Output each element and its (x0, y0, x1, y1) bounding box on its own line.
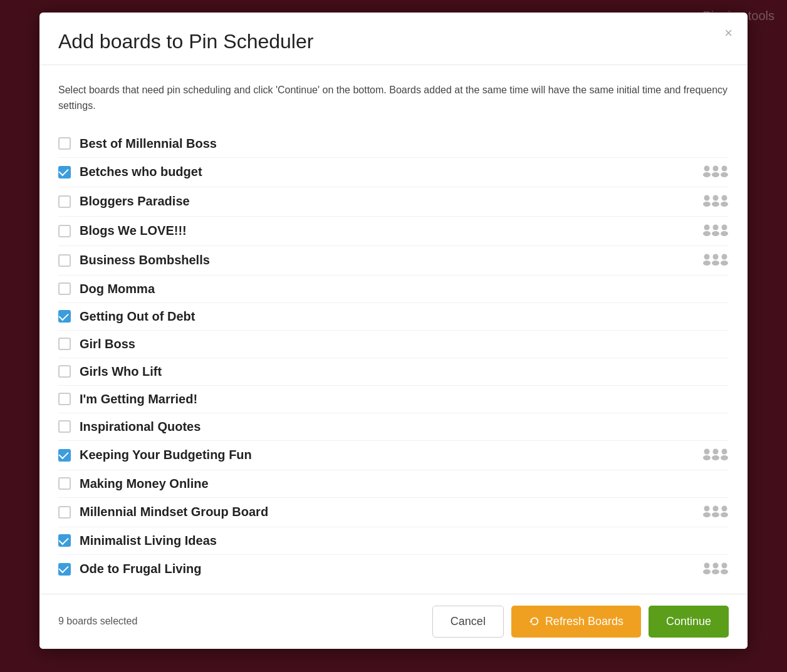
group-board-icon (702, 561, 729, 577)
board-list-item[interactable]: I'm Getting Married! (58, 386, 729, 413)
board-list-item[interactable]: Betches who budget (58, 158, 729, 187)
board-checkbox[interactable] (58, 282, 71, 295)
continue-button[interactable]: Continue (649, 606, 729, 638)
svg-point-34 (722, 505, 727, 511)
refresh-boards-label: Refresh Boards (545, 615, 623, 628)
close-button[interactable]: × (724, 26, 732, 40)
board-checkbox[interactable] (58, 420, 71, 433)
board-list: Best of Millennial BossBetches who budge… (58, 130, 729, 584)
svg-point-9 (712, 202, 719, 207)
board-list-item[interactable]: Best of Millennial Boss (58, 130, 729, 158)
svg-point-13 (703, 231, 711, 236)
board-checkbox[interactable] (58, 477, 71, 490)
board-name: Minimalist Living Ideas (80, 534, 729, 548)
board-name: Bloggers Paradise (80, 194, 702, 209)
svg-point-1 (703, 172, 711, 177)
board-checkbox[interactable] (58, 254, 71, 267)
modal-title: Add boards to Pin Scheduler (58, 30, 729, 53)
board-list-item[interactable]: Dog Momma (58, 276, 729, 303)
svg-point-37 (703, 569, 711, 574)
svg-point-2 (713, 165, 719, 171)
board-list-item[interactable]: Girls Who Lift (58, 358, 729, 386)
board-checkbox[interactable] (58, 225, 71, 237)
svg-point-4 (722, 165, 727, 171)
board-list-item[interactable]: Inspirational Quotes (58, 413, 729, 441)
modal-body: Select boards that need pin scheduling a… (39, 65, 748, 594)
group-board-icon (702, 164, 729, 180)
group-board-icon (702, 223, 729, 239)
board-list-item[interactable]: Ode to Frugal Living (58, 555, 729, 584)
svg-point-33 (712, 512, 719, 517)
board-name: Dog Momma (80, 282, 729, 296)
svg-point-14 (713, 224, 719, 230)
board-list-item[interactable]: Making Money Online (58, 470, 729, 498)
group-board-icon (702, 504, 729, 520)
footer-buttons: Cancel Refresh Boards Continue (432, 606, 729, 638)
group-board-icon (702, 194, 729, 210)
board-list-item[interactable]: Bloggers Paradise (58, 187, 729, 217)
board-checkbox[interactable] (58, 563, 71, 576)
board-name: Ode to Frugal Living (80, 562, 702, 576)
svg-point-20 (713, 254, 719, 259)
board-checkbox[interactable] (58, 338, 71, 350)
svg-point-0 (704, 165, 710, 171)
modal-header: Add boards to Pin Scheduler × (39, 13, 748, 65)
refresh-icon (529, 616, 540, 627)
board-checkbox[interactable] (58, 534, 71, 547)
board-checkbox[interactable] (58, 449, 71, 462)
modal-overlay: Add boards to Pin Scheduler × Select boa… (0, 0, 787, 672)
svg-point-39 (712, 569, 719, 574)
board-name: Getting Out of Debt (80, 309, 729, 324)
board-checkbox[interactable] (58, 365, 71, 378)
board-name: Business Bombshells (80, 253, 702, 267)
board-list-item[interactable]: Girl Boss (58, 331, 729, 358)
board-checkbox[interactable] (58, 393, 71, 405)
svg-point-10 (722, 195, 727, 200)
board-name: Inspirational Quotes (80, 420, 729, 434)
svg-point-30 (704, 505, 710, 511)
board-checkbox[interactable] (58, 506, 71, 519)
board-list-item[interactable]: Blogs We LOVE!!! (58, 217, 729, 246)
modal-description: Select boards that need pin scheduling a… (58, 83, 729, 114)
svg-point-19 (703, 261, 711, 266)
cancel-button[interactable]: Cancel (432, 606, 504, 638)
svg-point-40 (722, 562, 727, 568)
board-name: Girls Who Lift (80, 364, 729, 379)
refresh-boards-button[interactable]: Refresh Boards (511, 606, 641, 638)
board-name: Blogs We LOVE!!! (80, 224, 702, 238)
board-name: Making Money Online (80, 477, 729, 491)
board-checkbox[interactable] (58, 166, 71, 178)
board-checkbox[interactable] (58, 137, 71, 150)
modal: Add boards to Pin Scheduler × Select boa… (39, 13, 748, 649)
svg-point-7 (703, 202, 711, 207)
svg-point-22 (722, 254, 727, 259)
board-name: Keeping Your Budgeting Fun (80, 448, 702, 462)
board-name: Girl Boss (80, 337, 729, 351)
modal-footer: 9 boards selected Cancel Refresh Boards … (39, 594, 748, 649)
svg-point-18 (704, 254, 710, 259)
board-name: Betches who budget (80, 165, 702, 179)
board-list-item[interactable]: Minimalist Living Ideas (58, 527, 729, 555)
svg-point-6 (704, 195, 710, 200)
svg-point-26 (713, 448, 719, 454)
svg-point-3 (712, 172, 719, 177)
board-list-item[interactable]: Keeping Your Budgeting Fun (58, 441, 729, 470)
board-name: Best of Millennial Boss (80, 137, 729, 151)
svg-point-41 (721, 569, 728, 574)
svg-point-21 (712, 261, 719, 266)
board-checkbox[interactable] (58, 310, 71, 323)
svg-point-27 (712, 455, 719, 460)
board-list-item[interactable]: Business Bombshells (58, 246, 729, 276)
board-list-item[interactable]: Millennial Mindset Group Board (58, 498, 729, 527)
svg-point-35 (721, 512, 728, 517)
group-board-icon (702, 252, 729, 269)
svg-point-23 (721, 261, 728, 266)
board-checkbox[interactable] (58, 195, 71, 208)
board-name: I'm Getting Married! (80, 392, 729, 406)
svg-point-12 (704, 224, 710, 230)
svg-point-38 (713, 562, 719, 568)
svg-point-32 (713, 505, 719, 511)
board-list-item[interactable]: Getting Out of Debt (58, 303, 729, 331)
svg-point-36 (704, 562, 710, 568)
svg-point-5 (721, 172, 728, 177)
